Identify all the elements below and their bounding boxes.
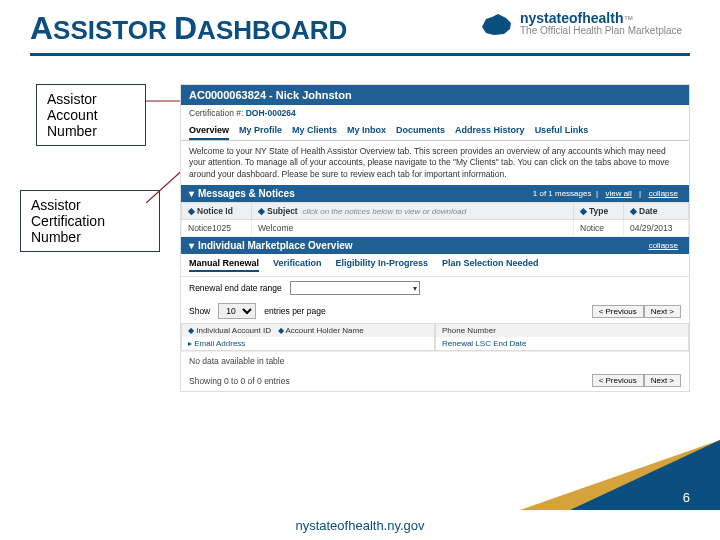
welcome-text: Welcome to your NY State of Health Assis…: [181, 141, 689, 185]
renewal-range-label: Renewal end date range: [189, 283, 282, 293]
messages-count: 1 of 1 messages: [533, 189, 592, 198]
collapse-overview-link[interactable]: collapse: [649, 241, 678, 250]
tab-useful-links[interactable]: Useful Links: [535, 125, 589, 140]
footer-graphic: [360, 440, 720, 510]
empty-table-text: No data available in table: [181, 351, 689, 370]
sort-icon[interactable]: ◆: [630, 206, 637, 216]
page-size-select[interactable]: 10: [218, 303, 256, 319]
subtab-verification[interactable]: Verification: [273, 258, 322, 272]
footer-bar: nystateofhealth.ny.gov: [0, 510, 720, 540]
tab-my-clients[interactable]: My Clients: [292, 125, 337, 140]
tab-documents[interactable]: Documents: [396, 125, 445, 140]
next-button[interactable]: Next >: [644, 374, 681, 387]
tab-my-profile[interactable]: My Profile: [239, 125, 282, 140]
certification-row: Certification #: DOH-000264: [181, 105, 689, 121]
callout-account-number: Assistor Account Number: [36, 84, 146, 146]
footer-url: nystateofhealth.ny.gov: [295, 518, 424, 533]
sort-icon[interactable]: ◆: [258, 206, 265, 216]
ny-state-icon: [480, 9, 514, 39]
overview-section-header: ▾Individual Marketplace Overview collaps…: [181, 237, 689, 254]
title-rule: [30, 53, 690, 56]
showing-text: Showing 0 to 0 of 0 entries: [189, 376, 290, 386]
sort-icon[interactable]: ◆: [580, 206, 587, 216]
collapse-messages-link[interactable]: collapse: [649, 189, 678, 198]
previous-button[interactable]: < Previous: [592, 305, 644, 318]
view-all-link[interactable]: view all: [605, 189, 631, 198]
subtab-eligibility[interactable]: Eligibility In-Progress: [336, 258, 429, 272]
page-number: 6: [683, 490, 690, 505]
previous-button[interactable]: < Previous: [592, 374, 644, 387]
chevron-down-icon: ▾: [189, 188, 194, 199]
overview-subtabs: Manual Renewal Verification Eligibility …: [181, 254, 689, 277]
tab-my-inbox[interactable]: My Inbox: [347, 125, 386, 140]
sort-icon[interactable]: ◆: [188, 206, 195, 216]
tab-address-history[interactable]: Address History: [455, 125, 525, 140]
show-label: Show: [189, 306, 210, 316]
entries-label: entries per page: [264, 306, 325, 316]
account-header-bar: AC0000063824 - Nick Johnston: [181, 85, 689, 105]
dashboard-panel: AC0000063824 - Nick Johnston Certificati…: [180, 84, 690, 392]
subtab-manual-renewal[interactable]: Manual Renewal: [189, 258, 259, 272]
callout-certification-number: Assistor Certification Number: [20, 190, 160, 252]
main-tabs: Overview My Profile My Clients My Inbox …: [181, 121, 689, 141]
messages-section-header: ▾Messages & Notices 1 of 1 messages | vi…: [181, 185, 689, 202]
next-button[interactable]: Next >: [644, 305, 681, 318]
chevron-down-icon: ▾: [189, 240, 194, 251]
renewal-range-select[interactable]: [290, 281, 420, 295]
messages-table: ◆Notice Id ◆Subject click on the notices…: [181, 202, 689, 237]
tab-overview[interactable]: Overview: [189, 125, 229, 140]
table-row[interactable]: Notice1025 Welcome Notice 04/29/2013: [182, 220, 689, 237]
overview-columns: ◆ Individual Account ID ◆ Account Holder…: [181, 323, 689, 351]
subtab-plan-selection[interactable]: Plan Selection Needed: [442, 258, 539, 272]
nysoh-logo: nystateofhealth™ The Official Health Pla…: [480, 6, 690, 42]
